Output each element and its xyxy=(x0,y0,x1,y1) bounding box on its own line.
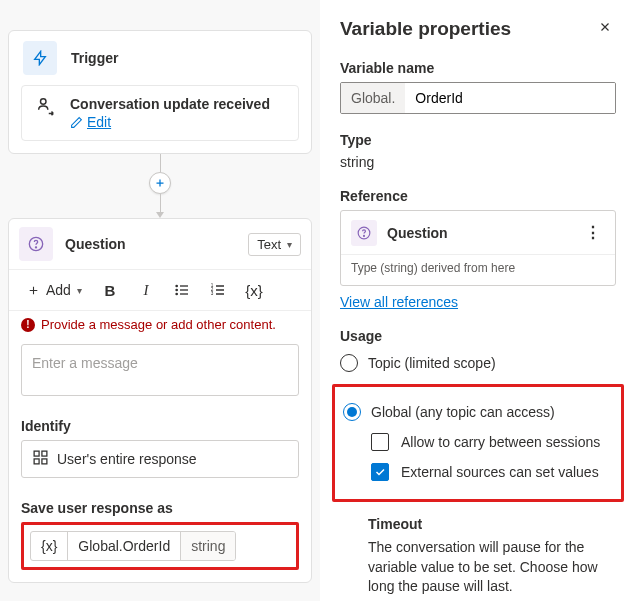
allow-carry-label: Allow to carry between sessions xyxy=(401,434,600,450)
type-value: string xyxy=(340,154,616,170)
svg-rect-10 xyxy=(42,451,47,456)
svg-rect-11 xyxy=(34,459,39,464)
svg-text:3: 3 xyxy=(211,291,214,296)
question-card: Question Text ▾ Add ▾ B I 123 {x} ! xyxy=(8,218,312,583)
svg-point-4 xyxy=(176,289,177,290)
error-icon: ! xyxy=(21,318,35,332)
checkbox-checked-icon xyxy=(371,463,389,481)
editor-toolbar: Add ▾ B I 123 {x} xyxy=(9,270,311,311)
view-all-references-link[interactable]: View all references xyxy=(340,294,458,310)
canvas-area: Trigger Conversation update received Edi… xyxy=(0,0,320,601)
close-button[interactable] xyxy=(594,16,616,42)
identify-label: Identify xyxy=(9,408,311,440)
timeout-header: Timeout xyxy=(340,516,616,532)
trigger-header: Trigger xyxy=(9,31,311,85)
reference-box: Question ⋮ Type (string) derived from he… xyxy=(340,210,616,286)
chevron-down-icon: ▾ xyxy=(77,285,82,296)
pencil-icon xyxy=(70,116,83,129)
save-response-label: Save user response as xyxy=(9,490,311,522)
numbered-list-button[interactable]: 123 xyxy=(204,276,232,304)
radio-checked-icon xyxy=(343,403,361,421)
error-text: Provide a message or add other content. xyxy=(41,317,276,332)
connector xyxy=(0,154,320,218)
usage-global-highlight: Global (any topic can access) Allow to c… xyxy=(332,384,624,502)
timeout-description: The conversation will pause for the vari… xyxy=(340,538,616,597)
reference-label: Reference xyxy=(340,188,616,204)
more-button[interactable]: ⋮ xyxy=(581,219,605,246)
usage-label: Usage xyxy=(340,328,616,344)
message-input[interactable]: Enter a message xyxy=(21,344,299,396)
variable-chip[interactable]: {x} Global.OrderId string xyxy=(30,531,236,561)
add-button[interactable]: Add ▾ xyxy=(21,278,88,302)
variable-type: string xyxy=(191,538,225,554)
variable-name-group: Global. xyxy=(340,82,616,114)
italic-button[interactable]: I xyxy=(132,276,160,304)
trigger-title: Trigger xyxy=(71,50,118,66)
add-label: Add xyxy=(46,282,71,298)
question-icon xyxy=(351,220,377,246)
identify-value: User's entire response xyxy=(57,451,197,467)
svg-point-5 xyxy=(176,293,177,294)
type-label: Type xyxy=(340,132,616,148)
variable-name-label: Variable name xyxy=(340,60,616,76)
edit-link[interactable]: Edit xyxy=(87,114,111,130)
reference-subtitle: Type (string) derived from here xyxy=(341,254,615,285)
output-type-value: Text xyxy=(257,237,281,252)
conversation-update-icon xyxy=(34,96,58,118)
variable-properties-panel: Variable properties Variable name Global… xyxy=(320,0,636,601)
svg-point-14 xyxy=(364,235,365,236)
svg-point-3 xyxy=(176,285,177,286)
question-header: Question Text ▾ xyxy=(9,219,311,270)
checkbox-unchecked-icon xyxy=(371,433,389,451)
bullet-list-button[interactable] xyxy=(168,276,196,304)
variable-prefix: Global. xyxy=(341,83,405,113)
entity-icon xyxy=(32,449,49,469)
panel-title: Variable properties xyxy=(340,18,511,40)
svg-point-2 xyxy=(35,247,36,248)
radio-unchecked-icon xyxy=(340,354,358,372)
trigger-event[interactable]: Conversation update received Edit xyxy=(21,85,299,141)
variable-insert-button[interactable]: {x} xyxy=(240,276,268,304)
variable-name-input[interactable] xyxy=(405,83,615,113)
allow-carry-checkbox[interactable]: Allow to carry between sessions xyxy=(343,427,613,457)
variable-icon: {x} xyxy=(41,538,57,554)
output-type-select[interactable]: Text ▾ xyxy=(248,233,301,256)
message-placeholder: Enter a message xyxy=(32,355,138,371)
external-set-label: External sources can set values xyxy=(401,464,599,480)
usage-global-label: Global (any topic can access) xyxy=(371,404,555,420)
trigger-event-title: Conversation update received xyxy=(70,96,286,112)
variable-name: Global.OrderId xyxy=(78,538,170,554)
svg-point-0 xyxy=(41,99,47,105)
identify-select[interactable]: User's entire response xyxy=(21,440,299,478)
add-node-button[interactable] xyxy=(149,172,171,194)
svg-rect-9 xyxy=(34,451,39,456)
question-title: Question xyxy=(65,236,236,252)
reference-title: Question xyxy=(387,225,571,241)
usage-topic-radio[interactable]: Topic (limited scope) xyxy=(340,348,616,378)
save-response-highlight: {x} Global.OrderId string xyxy=(21,522,299,570)
bold-button[interactable]: B xyxy=(96,276,124,304)
trigger-card: Trigger Conversation update received Edi… xyxy=(8,30,312,154)
usage-global-radio[interactable]: Global (any topic can access) xyxy=(343,397,613,427)
question-icon xyxy=(19,227,53,261)
usage-topic-label: Topic (limited scope) xyxy=(368,355,496,371)
chevron-down-icon: ▾ xyxy=(287,239,292,250)
external-set-checkbox[interactable]: External sources can set values xyxy=(343,457,613,487)
trigger-icon xyxy=(23,41,57,75)
error-row: ! Provide a message or add other content… xyxy=(9,311,311,338)
svg-rect-12 xyxy=(42,459,47,464)
